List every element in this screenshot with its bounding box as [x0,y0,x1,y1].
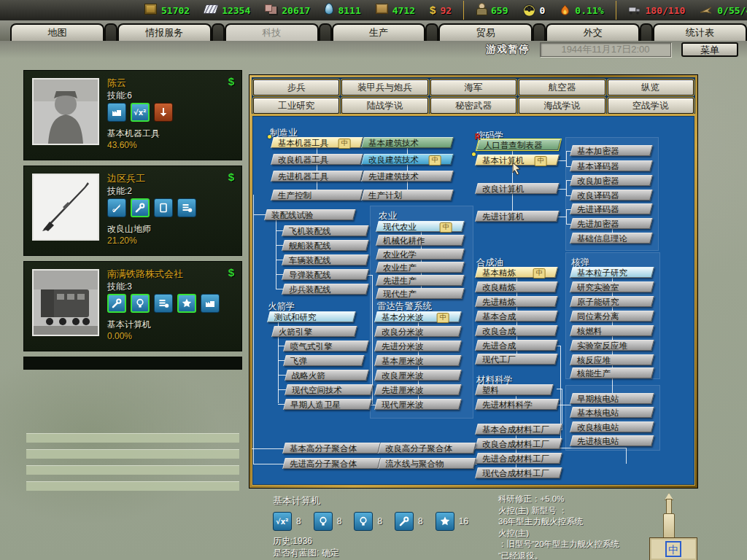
tech-item[interactable]: 先进机器工具 [271,171,363,182]
tech-item[interactable]: 改良合成材料工厂 [475,438,562,449]
tech-item[interactable]: 先进建筑技术 [361,171,454,182]
tech-item[interactable]: 步兵装配线 [282,284,369,295]
tech-item[interactable]: 塑料 [475,384,554,395]
tech-item[interactable]: 现代合成材料工厂 [475,467,562,478]
crate-glyph: 中 [665,541,681,557]
tech-item[interactable]: 现代农业中 [376,221,465,232]
tech-item[interactable]: 改良加密器 [570,175,653,186]
tech-category-row1-3[interactable]: 航空器 [519,79,605,96]
tech-stat-1: 8 [314,512,342,531]
tech-item[interactable]: 飞弹 [283,355,365,366]
tech-item[interactable]: 流水线与聚合物 [378,458,476,469]
tech-item[interactable]: 农业生产 [376,262,465,273]
tech-item[interactable]: 先进精炼 [475,296,558,307]
tech-item[interactable]: 核燃料 [570,325,654,336]
tech-item[interactable]: 核反应堆 [570,354,654,365]
tech-item[interactable]: 基本合成材料工厂 [475,424,562,435]
tech-item[interactable]: 舰船装配线 [282,240,369,251]
tech-item[interactable]: 先进厘米波 [374,384,462,395]
tech-item[interactable]: 现代工厂 [475,354,558,365]
tech-item[interactable]: 基本译码器 [570,160,653,171]
tech-item[interactable]: 研究实验室 [570,281,654,292]
tech-item[interactable]: 喷气式引擎 [283,341,369,351]
tech-item[interactable]: 基本分米波中 [374,311,462,322]
nav-tab-3[interactable]: 生产 [332,23,426,41]
tech-item[interactable]: 先进高分子聚合体 [282,458,381,469]
resource-value: 0 [540,5,546,16]
team-card-1[interactable]: 边区兵工技能:2改良山地师21.20%$ [24,166,241,255]
tech-category-row2-3[interactable]: 海战学说 [519,98,605,114]
tech-item[interactable]: 基本加密器 [570,145,653,156]
tech-item[interactable]: 基本机器工具中 [271,137,363,148]
tech-item[interactable]: 车辆装配线 [282,254,369,265]
tech-item[interactable]: 基本合成 [475,311,558,322]
tech-item[interactable]: 先进译码器 [570,203,653,214]
tech-item[interactable]: 改良建筑技术中 [361,154,454,165]
tech-category-row1-2[interactable]: 海军 [430,79,516,96]
tech-item[interactable]: 改良译码器 [570,190,653,201]
tech-item[interactable]: 先进合成 [475,340,558,351]
team-card-0[interactable]: 陈云技能:6√x²基本机器工具43.60%$ [24,71,241,160]
tech-item[interactable]: 先进生产 [376,275,465,286]
tech-item[interactable]: 基本高分子聚合体 [282,443,381,454]
tech-category-row2-1[interactable]: 陆战学说 [341,98,427,114]
tech-item[interactable]: 基本核电站 [570,407,654,418]
tech-item[interactable]: 测试和研究 [267,311,356,322]
tech-item[interactable]: 原子能研究 [570,296,654,307]
resource-rare-materials: 20617 [265,4,310,17]
tech-item[interactable]: 生产计划 [361,190,454,201]
tech-item[interactable]: 改良机器工具 [271,154,363,165]
tech-category-row2-2[interactable]: 秘密武器 [430,98,516,114]
tech-item[interactable]: 火箭引擎 [271,326,357,337]
tech-item-label: 先进机器工具 [273,171,361,182]
menu-button[interactable]: 菜单 [681,42,738,57]
tech-item[interactable]: 飞机装配线 [282,225,369,236]
nav-tab-4[interactable]: 贸易 [438,23,533,41]
tech-item[interactable]: 装配线试验 [264,209,356,220]
tech-item[interactable]: 基础信息理论 [570,233,653,244]
tech-item[interactable]: 核能生产 [570,368,654,378]
nav-tab-5[interactable]: 外交 [546,23,640,41]
tech-item[interactable]: 农业化学 [376,249,465,260]
tech-item[interactable]: 人口普查制表器R [476,139,561,150]
tech-category-row1-1[interactable]: 装甲兵与炮兵 [341,79,427,96]
tech-category-row2-4[interactable]: 空战学说 [608,98,694,114]
tech-item[interactable]: 现代空间技术 [285,384,374,395]
nav-tab-1[interactable]: 情报服务 [117,23,212,41]
tech-item[interactable]: 早期人造卫星 [283,399,372,410]
tech-item[interactable]: 改良厘米波 [374,370,462,381]
tech-item[interactable]: 先进核电站 [570,435,654,446]
team-skill: 技能:3 [107,281,132,293]
tech-item[interactable]: 改良高分子聚合体 [378,443,476,454]
tech-item[interactable]: 现代生产 [376,288,465,299]
nav-tab-0[interactable]: 地图 [10,23,104,41]
tech-item[interactable]: 机械化耕作 [376,235,465,246]
tech-item[interactable]: 基本精炼中 [475,267,558,278]
tech-item[interactable]: 生产控制 [271,190,363,201]
tech-item[interactable]: 改良计算机 [475,183,560,194]
tech-category-row1-4[interactable]: 纵览 [608,79,694,96]
tech-item[interactable]: 改良精炼 [475,281,558,292]
tech-item[interactable]: 基本建筑技术 [361,137,454,148]
nav-tab-6[interactable]: 统计表 [653,23,747,41]
tech-item[interactable]: 实验室反应堆 [570,340,654,351]
tech-category-row1-0[interactable]: 步兵 [253,79,339,96]
tech-item[interactable]: 改良核电站 [570,421,654,432]
tech-item[interactable]: 先进分米波 [374,341,462,351]
tech-item[interactable]: 先进材料科学 [475,399,560,410]
tech-item[interactable]: 现代厘米波 [374,399,462,410]
tech-item[interactable]: 先进合成材料工厂 [475,453,562,464]
tech-item[interactable]: 同位素分离 [570,311,654,322]
team-card-2[interactable]: 南满铁路株式会社技能:3基本计算机0.00%$ [24,262,241,351]
tech-item[interactable]: 改良分米波 [374,326,462,337]
tech-item[interactable]: 导弹装配线 [282,269,369,280]
tech-item[interactable]: 改良合成 [475,325,558,336]
tech-item[interactable]: 先进计算机 [475,211,560,222]
tech-category-row2-0[interactable]: 工业研究 [253,98,339,114]
tech-item[interactable]: 基本粒子研究 [570,267,654,278]
tech-item[interactable]: 早期核电站 [570,393,654,404]
tech-item[interactable]: 先进加密器 [570,218,653,229]
tech-item[interactable]: 基本厘米波 [374,355,462,366]
nav-tab-2[interactable]: 科技 [225,23,319,41]
tech-item[interactable]: 战略火箭 [285,370,369,381]
